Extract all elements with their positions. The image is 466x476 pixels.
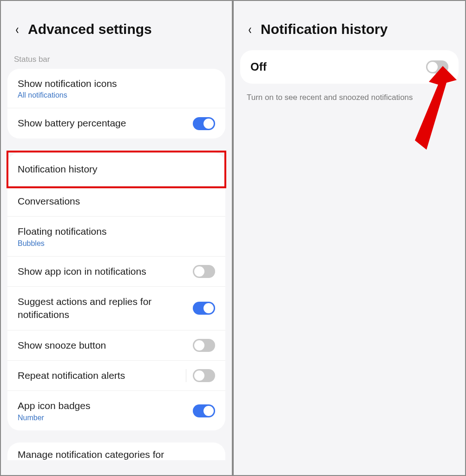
header: ‹ Advanced settings — [1, 1, 232, 41]
row-show-battery-percentage[interactable]: Show battery percentage — [7, 108, 225, 138]
row-title: Repeat notification alerts — [18, 369, 186, 382]
page-title: Notification history — [261, 21, 387, 37]
row-app-icon-badges[interactable]: App icon badges Number — [7, 391, 225, 430]
back-icon[interactable]: ‹ — [16, 21, 19, 37]
toggle-repeat-alerts[interactable] — [193, 369, 215, 382]
toggle-app-icon-badges[interactable] — [193, 404, 215, 417]
row-floating-notifications[interactable]: Floating notifications Bubbles — [7, 217, 225, 256]
row-cutoff[interactable]: Manage notification categories for — [7, 443, 225, 460]
row-conversations[interactable]: Conversations — [7, 186, 225, 217]
row-title: Show notification icons — [18, 77, 215, 90]
status-bar-group: Show notification icons All notification… — [7, 69, 225, 139]
state-label: Off — [250, 60, 267, 73]
header: ‹ Notification history — [234, 1, 465, 41]
row-repeat-alerts[interactable]: Repeat notification alerts — [7, 361, 225, 391]
toggle-show-app-icon[interactable] — [193, 265, 215, 278]
row-title: Show snooze button — [18, 339, 193, 352]
row-show-snooze[interactable]: Show snooze button — [7, 331, 225, 361]
highlighted-notification-history: Notification history — [7, 152, 225, 186]
row-notification-history[interactable]: Notification history — [7, 152, 225, 186]
row-title: Suggest actions and replies for notifica… — [18, 295, 193, 322]
row-title: Notification history — [18, 163, 215, 176]
cutoff-group: Manage notification categories for — [7, 443, 225, 460]
row-title: Show battery percentage — [18, 117, 193, 130]
toggle-suggest-actions[interactable] — [193, 302, 215, 315]
section-label-status-bar: Status bar — [1, 41, 232, 69]
row-show-app-icon[interactable]: Show app icon in notifications — [7, 257, 225, 287]
toggle-battery-percentage[interactable] — [193, 117, 215, 130]
notification-history-screen: ‹ Notification history Off Turn on to se… — [233, 0, 466, 476]
row-title: App icon badges — [18, 399, 193, 412]
row-show-notification-icons[interactable]: Show notification icons All notification… — [7, 69, 225, 108]
row-title: Floating notifications — [18, 225, 215, 238]
toggle-show-snooze[interactable] — [193, 339, 215, 352]
toggle-card: Off — [240, 50, 459, 84]
page-title: Advanced settings — [28, 21, 152, 37]
row-subtitle: Number — [18, 414, 193, 422]
row-suggest-actions[interactable]: Suggest actions and replies for notifica… — [7, 287, 225, 331]
toggle-notification-history[interactable] — [426, 60, 448, 73]
advanced-settings-screen: ‹ Advanced settings Status bar Show noti… — [0, 0, 233, 476]
row-title: Show app icon in notifications — [18, 265, 193, 278]
row-title: Conversations — [18, 195, 215, 208]
hint-text: Turn on to see recent and snoozed notifi… — [234, 84, 465, 102]
notifications-group: Conversations Floating notifications Bub… — [7, 186, 225, 430]
back-icon[interactable]: ‹ — [249, 21, 252, 37]
row-subtitle: All notifications — [18, 91, 215, 99]
row-subtitle: Bubbles — [18, 239, 215, 248]
